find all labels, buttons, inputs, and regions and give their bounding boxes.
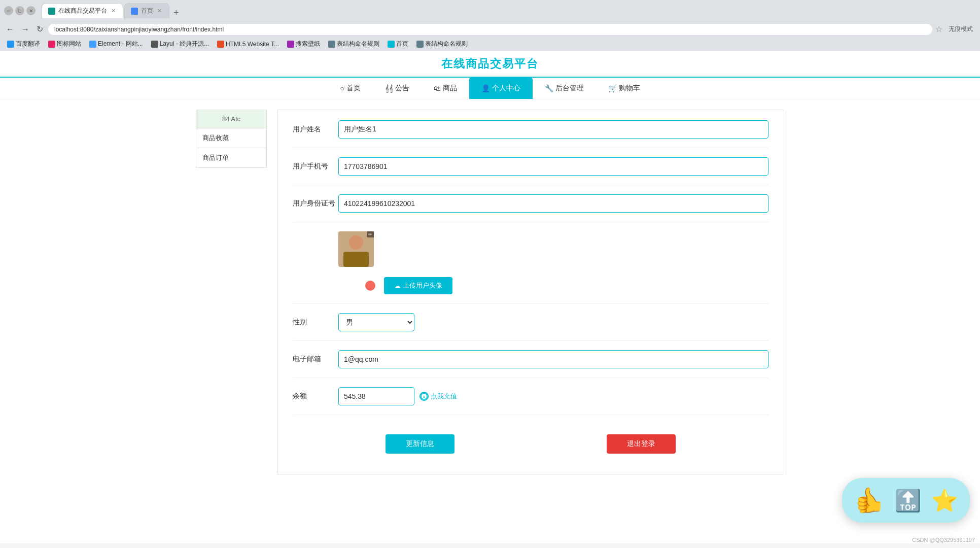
gender-label: 性别	[293, 318, 338, 327]
upload-row: ☁ 上传用户头像	[293, 272, 768, 294]
nav-announcement-label: 公告	[395, 84, 409, 93]
bookmark-icons-label: 图标网站	[57, 40, 81, 48]
tab-close-inactive[interactable]: ✕	[156, 7, 163, 15]
tab-active[interactable]: 在线商品交易平台 ✕	[42, 3, 123, 18]
back-btn[interactable]: ←	[4, 24, 16, 35]
tab-inactive[interactable]: 首页 ✕	[124, 3, 169, 18]
bookmark-element[interactable]: Element - 网站...	[86, 39, 146, 49]
reaction-share-btn[interactable]: 🔝	[895, 488, 921, 513]
bookmark-wallpaper-icon	[287, 41, 294, 48]
username-input[interactable]	[338, 120, 768, 139]
upload-cloud-icon: ☁	[394, 282, 401, 290]
nav-personal[interactable]: 👤 个人中心	[469, 78, 533, 99]
nav-home-icon: ○	[340, 84, 344, 92]
bookmark-table1-icon	[328, 41, 335, 48]
reaction-thumb-btn[interactable]: 👍	[854, 486, 885, 515]
email-label: 电子邮箱	[293, 355, 338, 364]
svg-text:¥: ¥	[423, 395, 426, 399]
username-row: 用户姓名	[293, 120, 768, 148]
bookmark-layui-icon	[151, 41, 158, 48]
bookmark-icons[interactable]: 图标网站	[45, 39, 84, 49]
phone-input[interactable]	[338, 157, 768, 176]
bookmark-wallpaper[interactable]: 搜索壁纸	[284, 39, 323, 49]
page-content: 在线商品交易平台 ○ 首页 𝄞𝄞 公告 🛍 商品 👤 个人中心 🔧 后台管理 🛒…	[0, 51, 980, 543]
recharge-icon: ¥	[419, 392, 429, 401]
logout-btn[interactable]: 退出登录	[607, 434, 676, 454]
window-controls: ─ □ ✕	[4, 6, 36, 15]
sidebar: 84 Atc 商品收藏 商品订单	[196, 110, 267, 474]
bookmark-table2[interactable]: 表结构命名规则	[413, 39, 471, 49]
upload-spacer	[293, 272, 338, 294]
email-input[interactable]	[338, 350, 768, 368]
idcard-label: 用户身份证号	[293, 199, 338, 208]
csdn-watermark: CSDN @QQ3295391197	[912, 537, 975, 543]
bookmark-baidu[interactable]: 百度翻译	[4, 39, 43, 49]
close-btn[interactable]: ✕	[26, 6, 36, 15]
tab-close-active[interactable]: ✕	[110, 7, 117, 15]
phone-label: 用户手机号	[293, 162, 338, 171]
bookmark-html5-label: HTML5 Website T...	[226, 41, 279, 48]
bookmark-html5[interactable]: HTML5 Website T...	[214, 40, 282, 49]
reaction-star-btn[interactable]: ⭐	[931, 488, 958, 513]
update-btn[interactable]: 更新信息	[386, 434, 454, 454]
tab-favicon-2	[131, 8, 138, 15]
bookmark-home-label: 首页	[396, 40, 408, 48]
sidebar-item-orders[interactable]: 商品订单	[196, 148, 267, 168]
bookmark-icons-icon	[48, 41, 55, 48]
bookmarks-bar: 百度翻译 图标网站 Element - 网站... Layui - 经典开源..…	[0, 37, 980, 51]
nav-home[interactable]: ○ 首页	[328, 78, 372, 99]
bookmark-star-btn[interactable]: ☆	[935, 24, 942, 34]
forward-btn[interactable]: →	[19, 24, 31, 35]
form-container: 用户姓名 用户手机号 用户身份证号	[277, 110, 784, 474]
bookmark-layui-label: Layui - 经典开源...	[160, 40, 209, 48]
balance-input[interactable]	[338, 387, 414, 405]
bookmark-home[interactable]: 首页	[384, 39, 411, 49]
avatar-head	[349, 235, 363, 250]
upload-btn-label: 上传用户头像	[403, 281, 442, 290]
nav-home-label: 首页	[346, 84, 361, 93]
balance-row: 余额 ¥ 点我充值	[293, 387, 768, 415]
nav-goods-icon: 🛍	[434, 84, 441, 92]
avatar-section: ✏ ☁ 上传用户头像	[293, 231, 768, 304]
browser-mode-label: 无痕模式	[946, 24, 976, 35]
upload-avatar-btn[interactable]: ☁ 上传用户头像	[384, 277, 452, 294]
sidebar-item-favorites[interactable]: 商品收藏	[196, 128, 267, 148]
browser-titlebar: ─ □ ✕ 在线商品交易平台 ✕ 首页 ✕ +	[0, 0, 980, 21]
balance-label: 余额	[293, 392, 338, 401]
restore-btn[interactable]: □	[15, 6, 24, 15]
recharge-btn[interactable]: ¥ 点我充值	[419, 392, 457, 401]
nav-goods-label: 商品	[443, 84, 457, 93]
nav-cart[interactable]: 🛒 购物车	[596, 78, 652, 99]
minimize-btn[interactable]: ─	[4, 6, 13, 15]
idcard-row: 用户身份证号	[293, 194, 768, 222]
site-nav: ○ 首页 𝄞𝄞 公告 🛍 商品 👤 个人中心 🔧 后台管理 🛒 购物车	[0, 78, 980, 99]
bookmark-table1[interactable]: 表结构命名规则	[325, 39, 382, 49]
avatar-wrapper: ✏	[338, 231, 374, 267]
avatar-body	[343, 252, 369, 267]
recharge-label: 点我充值	[431, 392, 457, 401]
bookmark-wallpaper-label: 搜索壁纸	[296, 40, 320, 48]
email-row: 电子邮箱	[293, 350, 768, 378]
idcard-input[interactable]	[338, 194, 768, 213]
gender-select[interactable]: 男 女	[338, 313, 414, 331]
reload-btn[interactable]: ↻	[34, 23, 45, 35]
nav-admin-icon: 🔧	[545, 84, 553, 92]
main-layout: 84 Atc 商品收藏 商品订单 用户姓名 用户手机号 用户身份证号	[186, 99, 794, 485]
phone-row: 用户手机号	[293, 157, 768, 185]
tab-bar: 在线商品交易平台 ✕ 首页 ✕ +	[38, 3, 186, 18]
browser-chrome: ─ □ ✕ 在线商品交易平台 ✕ 首页 ✕ + ← → ↻ ☆ 无痕模式	[0, 0, 980, 51]
bookmark-home-icon	[388, 41, 395, 48]
new-tab-btn[interactable]: +	[170, 8, 182, 18]
bookmark-baidu-icon	[7, 41, 14, 48]
address-input[interactable]	[48, 24, 932, 35]
site-header: 在线商品交易平台	[0, 51, 980, 78]
avatar-edit-badge: ✏	[367, 231, 374, 237]
nav-goods[interactable]: 🛍 商品	[422, 78, 469, 99]
nav-admin[interactable]: 🔧 后台管理	[533, 78, 596, 99]
nav-cart-icon: 🛒	[608, 84, 617, 92]
nav-announcement[interactable]: 𝄞𝄞 公告	[373, 78, 422, 99]
bookmark-table2-icon	[416, 41, 424, 48]
bookmark-layui[interactable]: Layui - 经典开源...	[148, 39, 212, 49]
site-title: 在线商品交易平台	[441, 57, 539, 70]
bookmark-baidu-label: 百度翻译	[16, 40, 40, 48]
